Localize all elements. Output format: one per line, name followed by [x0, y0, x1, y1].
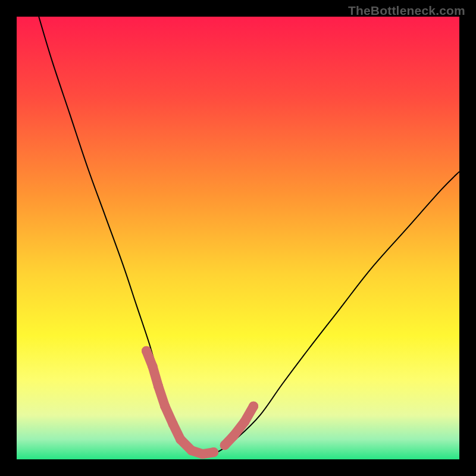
- bottleneck-chart: [17, 17, 459, 459]
- marker-dot: [168, 419, 178, 428]
- marker-dot: [160, 402, 170, 411]
- marker-dot: [187, 446, 196, 455]
- marker-dot: [148, 362, 157, 371]
- marker-dot: [198, 449, 207, 459]
- marker-dot: [176, 435, 185, 444]
- watermark-text: TheBottleneck.com: [348, 4, 465, 18]
- marker-dot: [154, 381, 163, 391]
- chart-frame: TheBottleneck.com: [0, 0, 476, 476]
- marker-dot: [209, 447, 218, 457]
- marker-dot: [229, 431, 239, 441]
- marker-dot: [142, 346, 151, 356]
- marker-dot: [220, 440, 230, 450]
- plot-area: [17, 17, 459, 459]
- marker-dot: [240, 417, 249, 427]
- gradient-background: [17, 17, 459, 459]
- marker-dot: [249, 402, 258, 411]
